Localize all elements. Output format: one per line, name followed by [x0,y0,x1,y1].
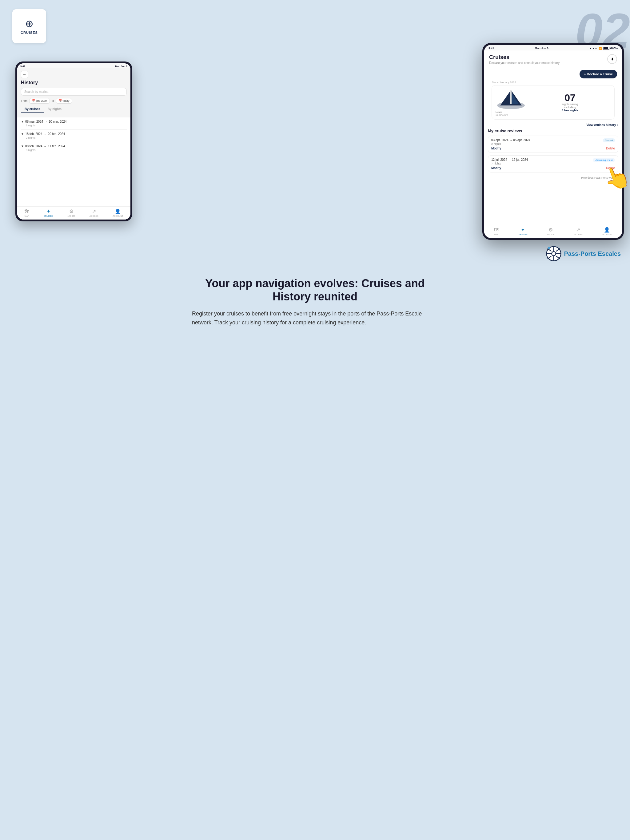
nav-access[interactable]: ↗ ACCESS [90,208,98,217]
bottom-nav-front: 🗺 MAP ✦ CRUISES ⚙ 123 456 ↗ ACCESS [484,225,622,238]
date-back: Mon Jun 6 [115,65,127,68]
nav-map-label-front: MAP [494,234,499,235]
battery-percent: 100% [611,47,618,50]
cruises-page-subtitle: Declare your cruises and consult your cr… [489,61,560,65]
status-bar-front: 9:41 Mon Jun 6 ▲▲▲ 📶 100% [484,45,622,51]
history-nights: 2 nights [21,136,127,139]
stats-section: Lusea 11.33*3.23m 07 nights sailing incl… [492,85,615,120]
time-back: 9:41 [20,65,25,68]
settings-compass-icon[interactable]: ✦ [607,54,617,64]
svg-point-14 [548,247,550,249]
review-nights-1: 2 nights [491,142,615,145]
review-actions-2: Modify Delete [491,166,615,170]
status-bar-back: 9:41 Mon Jun 6 [17,63,130,68]
main-description: Register your cruises to benefit from fr… [192,309,438,327]
battery-fill [604,47,608,49]
nav-cruises-front[interactable]: ✦ CRUISES [518,227,527,235]
boat-svg [495,88,526,110]
declare-cruise-button[interactable]: + Declare a cruise [579,70,617,78]
boat-name: Lusea 11.33*3.23m [495,111,526,116]
arrow-right-icon: → [44,132,47,136]
code-icon: ⚙ [69,208,73,214]
logo-box: ⊕ CRUISES [12,9,46,43]
access-icon-front: ↗ [576,227,580,233]
nav-map-front[interactable]: 🗺 MAP [494,227,499,235]
account-icon-front: 👤 [604,227,610,233]
date-to-value: today [63,99,70,103]
history-date-from: 08 feb. 2024 [25,145,43,148]
chevron-down-icon: ▼ [21,132,24,136]
reviews-section: My cruise reviews Current 03 apr. 2024 →… [484,128,622,175]
view-history-link[interactable]: View cruises history › [484,122,622,128]
status-right: ▲▲▲ 📶 100% [589,47,618,50]
modify-button-1[interactable]: Modify [491,147,501,150]
history-tabs: By cruises By nights [21,106,127,112]
back-button[interactable]: ← [21,71,28,78]
bottom-text-section: Your app navigation evolves: Cruises and… [177,252,453,339]
nav-map[interactable]: 🗺 MAP [24,209,29,217]
review-nights-2: 7 nights [491,162,615,165]
nav-cruises[interactable]: ✦ CRUISES [44,208,53,217]
from-label: From [21,99,27,103]
current-badge: Current [603,138,615,142]
history-nights: 2 nights [21,124,127,127]
delete-button-1[interactable]: Delete [606,147,615,150]
top-section: ⊕ CRUISES 02 [0,0,630,43]
logo-icon: ⊕ [25,18,33,30]
nights-number: 07 [529,93,611,103]
search-marina-input[interactable]: Search by marina [21,88,127,96]
review-card-1: Current 03 apr. 2024 → 05 apr. 2024 2 ni… [488,136,618,153]
brand-wheel-icon [546,246,561,261]
brand-name: Pass-Ports Escales [564,250,621,257]
date-to-btn[interactable]: 📅 today [56,98,72,104]
code-icon-front: ⚙ [548,227,553,233]
cruises-icon: ✦ [46,208,51,214]
nav-code-label-front: 123 456 [547,234,554,235]
nav-account[interactable]: 👤 ACCOUNT [112,208,123,217]
since-label: Since January 2024 [488,81,618,84]
svg-point-5 [552,251,556,256]
nav-account-label-front: ACCOUNT [602,234,613,235]
svg-marker-2 [511,92,519,104]
calendar-icon-to: 📅 [59,99,62,103]
nights-stat: 07 nights sailing including 5 free night… [529,93,611,112]
tablets-container: 9:41 Mon Jun 6 ← History Search by marin… [0,43,630,252]
history-header: ← History Search by marina From 📅 jan. 2… [17,68,130,117]
review-card-2: Upcoming cruise 12 jul. 2024 → 19 jul. 2… [488,155,618,172]
cruises-title-block: Cruises Declare your cruises and consult… [489,54,560,65]
main-heading: Your app navigation evolves: Cruises and… [192,277,438,303]
history-date-to: 11 feb. 2024 [48,145,65,148]
modify-button-2[interactable]: Modify [491,166,501,170]
history-date-from: 08 mar. 2024 [25,120,43,123]
review-dates-1: 03 apr. 2024 → 05 apr. 2024 [491,138,615,142]
cruises-header: Cruises Declare your cruises and consult… [484,51,622,67]
nav-code-front[interactable]: ⚙ 123 456 [547,227,554,235]
list-item: ▼ 18 feb. 2024 → 20 feb. 2024 2 nights [21,130,127,142]
history-item-header: ▼ 18 feb. 2024 → 20 feb. 2024 [21,132,127,136]
history-date-to: 20 feb. 2024 [48,132,65,136]
history-date-to: 10 mar. 2024 [49,120,66,123]
tab-by-cruises[interactable]: By cruises [21,106,44,112]
nav-account-front[interactable]: 👤 ACCOUNT [602,227,613,235]
nav-map-label: MAP [25,215,29,217]
map-icon-front: 🗺 [494,227,499,233]
tab-by-nights[interactable]: By nights [44,106,65,112]
cruises-page-title: Cruises [489,54,560,61]
nav-access-front[interactable]: ↗ ACCESS [574,227,583,235]
nav-cruises-label-front: CRUISES [518,234,527,235]
account-icon: 👤 [115,208,121,214]
logo-text: CRUISES [21,31,38,35]
tablet-cruises-inner: 9:41 Mon Jun 6 ▲▲▲ 📶 100% Cruises [484,45,622,238]
nav-cruises-label: CRUISES [44,215,53,217]
tablet-cruises: 9:41 Mon Jun 6 ▲▲▲ 📶 100% Cruises [482,43,624,240]
upcoming-badge: Upcoming cruise [593,158,615,162]
date-from-btn[interactable]: 📅 jan. 2024 [29,98,50,104]
nav-code[interactable]: ⚙ 123 456 [67,208,75,217]
nav-access-label-front: ACCESS [574,234,583,235]
nights-label: nights sailing [529,103,611,106]
free-nights: including 5 free nights [529,106,611,112]
chevron-down-icon: ▼ [21,145,24,148]
history-title: History [21,80,127,85]
history-nights: 3 nights [21,148,127,152]
history-item-header: ▼ 08 mar. 2024 → 10 mar. 2024 [21,120,127,123]
